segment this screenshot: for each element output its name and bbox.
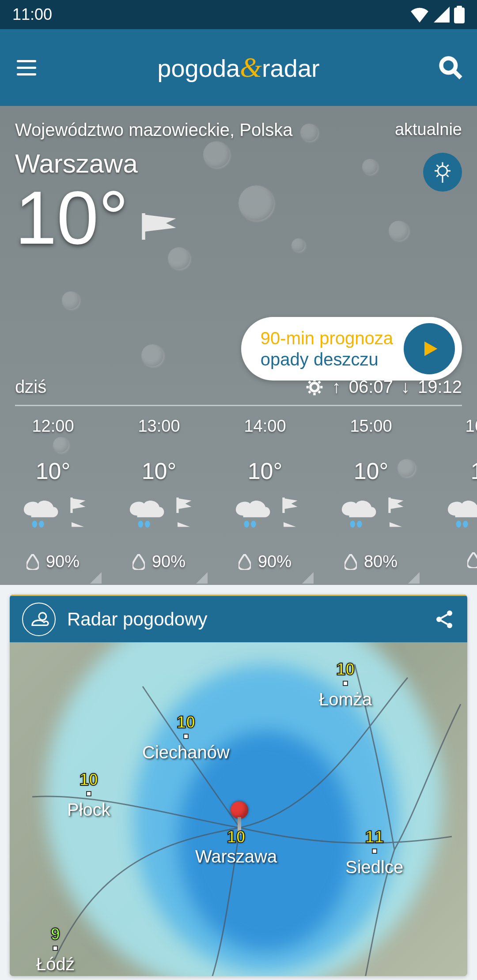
rain-cloud-icon [19, 498, 61, 529]
current-temp-row: 10° [15, 180, 182, 255]
sunrise-time: 06:07 [349, 377, 393, 397]
hour-precipitation: 90% [132, 552, 186, 571]
svg-line-22 [318, 391, 320, 393]
hour-column[interactable]: 14:00 10° 90% [212, 407, 318, 584]
hour-column[interactable]: 16: 1 [424, 407, 477, 584]
region-label: Województwo mazowieckie, Polska [15, 120, 292, 140]
hour-precipitation [467, 552, 477, 568]
sunset-arrow-icon: ↓ [401, 377, 410, 397]
expand-corner-icon [302, 572, 314, 584]
battery-icon [454, 6, 465, 23]
svg-rect-1 [457, 6, 462, 8]
svg-point-39 [447, 611, 452, 616]
wind-icon [137, 213, 182, 240]
signal-icon [434, 7, 450, 23]
expand-corner-icon [408, 572, 420, 584]
pollen-icon [429, 159, 456, 185]
hour-column[interactable]: 13:00 10° 90% [106, 407, 212, 584]
wind-small-icon [280, 498, 299, 530]
hour-time: 13:00 [138, 417, 180, 436]
svg-point-41 [447, 623, 452, 628]
svg-point-35 [456, 521, 462, 528]
hour-icon-row [443, 498, 477, 530]
status-time: 11:00 [12, 5, 52, 24]
radar-map[interactable]: 10 Łomża 10 Ciechanów 10 Płock 10 Warsza… [10, 642, 467, 976]
svg-line-3 [454, 71, 461, 78]
hour-icon-row [337, 498, 405, 530]
svg-line-42 [441, 614, 447, 618]
svg-point-27 [145, 521, 150, 528]
forecast-90min-card[interactable]: 90-min prognoza opady deszczu [241, 317, 462, 381]
hourly-forecast[interactable]: 12:00 10° 90% 13:00 10° [0, 407, 477, 584]
radar-logo-icon [22, 603, 56, 636]
hour-column[interactable]: 12:00 10° 90% [0, 407, 106, 584]
forecast-line1: 90-min prognoza [261, 328, 393, 349]
svg-line-21 [309, 391, 310, 393]
droplet-icon [344, 554, 357, 570]
pollen-badge[interactable] [423, 153, 462, 192]
now-label: aktualnie [395, 120, 462, 139]
map-city-warszawa: 10 Warszawa [195, 828, 277, 867]
rain-cloud-icon [337, 498, 379, 529]
svg-point-40 [436, 617, 442, 622]
map-city-lodz: 9 Łódź [36, 925, 75, 974]
svg-point-14 [310, 383, 318, 391]
map-city-siedlce: 11 Siedlce [345, 828, 403, 877]
hour-temperature: 10° [36, 458, 71, 484]
wind-small-icon [174, 498, 193, 530]
search-icon[interactable] [437, 54, 464, 81]
map-city-lomza: 10 Łomża [319, 660, 372, 709]
sunset-time: 19:12 [418, 377, 462, 397]
droplet-icon [467, 552, 477, 568]
hour-temperature: 10° [248, 458, 283, 484]
wind-small-icon [386, 498, 405, 530]
svg-point-32 [350, 521, 356, 528]
svg-line-13 [447, 175, 449, 177]
radar-section: Radar pogodowy [10, 595, 467, 976]
svg-line-10 [437, 165, 439, 167]
logo-right: radar [262, 54, 320, 83]
day-label: dziś [15, 377, 46, 397]
svg-point-2 [441, 58, 456, 73]
radar-header[interactable]: Radar pogodowy [10, 595, 467, 642]
hour-time: 15:00 [350, 417, 392, 436]
forecast-line2: opady deszczu [261, 349, 393, 370]
hour-time: 12:00 [32, 417, 74, 436]
play-icon [420, 339, 439, 358]
play-button[interactable] [404, 323, 455, 374]
svg-line-12 [437, 175, 439, 177]
svg-point-38 [39, 613, 46, 620]
hour-temperature: 10° [354, 458, 389, 484]
status-icons [410, 6, 465, 23]
droplet-icon [238, 554, 251, 570]
svg-point-29 [244, 521, 250, 528]
map-city-ciechanow: 10 Ciechanów [142, 713, 230, 762]
rain-cloud-icon [231, 498, 273, 529]
sun-icon [305, 377, 324, 397]
wind-small-icon [68, 498, 87, 530]
svg-point-33 [357, 521, 362, 528]
hour-time: 14:00 [244, 417, 286, 436]
menu-icon[interactable] [13, 54, 40, 81]
droplet-icon [26, 554, 39, 570]
droplet-icon [132, 554, 145, 570]
status-bar: 11:00 [0, 0, 477, 29]
hour-icon-row [125, 498, 193, 530]
svg-point-36 [463, 521, 468, 528]
map-pin [231, 801, 248, 819]
share-icon[interactable] [434, 609, 455, 630]
app-bar: pogoda & radar [0, 29, 477, 106]
hour-precipitation: 90% [26, 552, 80, 571]
current-temperature: 10° [15, 180, 129, 255]
hour-temperature: 10° [142, 458, 177, 484]
svg-point-30 [251, 521, 256, 528]
current-weather-panel: Województwo mazowieckie, Polska aktualni… [0, 106, 477, 585]
hour-icon-row [231, 498, 299, 530]
rain-cloud-icon [443, 498, 477, 529]
hour-temperature: 1 [471, 458, 477, 484]
location-row: Województwo mazowieckie, Polska aktualni… [15, 120, 462, 140]
sun-info: ↑ 06:07 ↓ 19:12 [305, 377, 462, 397]
hour-time: 16: [466, 417, 477, 436]
hour-column[interactable]: 15:00 10° 80% [318, 407, 424, 584]
svg-point-5 [438, 166, 447, 176]
